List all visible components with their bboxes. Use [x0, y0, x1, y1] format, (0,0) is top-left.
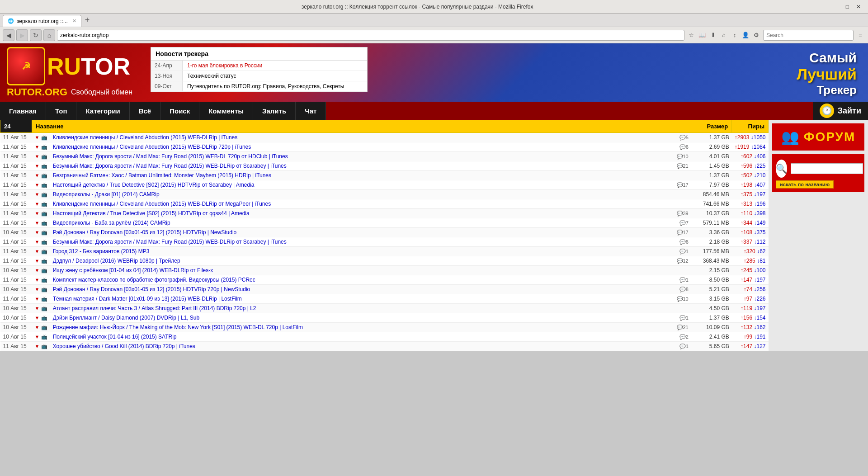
dl-icon: ▼ — [35, 306, 40, 311]
torrent-link[interactable]: Настоящий детектив / True Detective [S02… — [53, 182, 255, 188]
tab-close-btn[interactable]: ✕ — [72, 18, 76, 24]
torrent-link[interactable]: Безумный Макс: Дорога ярости / Mad Max: … — [53, 163, 287, 169]
sidebar-search-box: 🔍 искать по названию — [772, 154, 864, 192]
dl-icon: ▼ — [35, 277, 40, 283]
site-header: ☭ RU TOR RUTOR.ORG Свободный обмен С — [0, 43, 868, 102]
dl-icon: ▼ — [35, 258, 40, 264]
row-date: 11 Авг 15 — [0, 152, 32, 161]
address-input[interactable] — [57, 30, 684, 41]
row-seeds: ↑245 ↓100 — [732, 266, 769, 275]
torrent-link[interactable]: Рэй Донован / Ray Donovan [03x01-05 из 1… — [53, 229, 237, 236]
back-btn[interactable]: ◀ — [3, 29, 14, 41]
torrent-link[interactable]: Хорошее убийство / Good Kill (2014) BDRi… — [53, 343, 195, 349]
tab-bar: 🌐 зеркало rutor.org ::... ✕ + — [0, 14, 868, 27]
leeches-count: ↓62 — [757, 248, 765, 254]
torrent-link[interactable]: Тёмная материя / Dark Matter [01x01-09 и… — [53, 296, 242, 302]
tab-active[interactable]: 🌐 зеркало rutor.org ::... ✕ — [3, 15, 81, 27]
logo-ru: RU — [47, 55, 81, 78]
row-size: 1.45 GB — [691, 161, 732, 171]
table-row: 10 Авг 15 ▼ 📺 Дэйзи Бриллиант / Daisy Di… — [0, 313, 769, 323]
row-comments: 💬12 — [673, 256, 691, 266]
download-btn[interactable]: ⬇ — [708, 30, 718, 40]
news-date-2: 13-Ноя — [151, 71, 183, 81]
torrent-link[interactable]: Кливлендские пленницы / Cleveland Abduct… — [53, 201, 271, 207]
login-btn[interactable]: Зайти — [838, 106, 861, 116]
row-icons: ▼ 📺 — [32, 152, 50, 161]
row-size: 4.50 GB — [691, 304, 732, 313]
nav-categories[interactable]: Категории — [76, 102, 129, 120]
close-btn[interactable]: ✕ — [853, 4, 864, 10]
nav-chat[interactable]: Чат — [296, 102, 326, 120]
news-link-1[interactable]: 1-го мая блокировка в России — [183, 61, 267, 71]
torrent-link[interactable]: Кливлендские пленницы / Cleveland Abduct… — [53, 144, 251, 150]
bookmark-star-btn[interactable]: ☆ — [686, 30, 696, 40]
tv-icon: 📺 — [41, 135, 47, 140]
table-row: 11 Авг 15 ▼ 📺 Видеоприколы - Драки [01] … — [0, 190, 769, 199]
nav-comments[interactable]: Комменты — [199, 102, 253, 120]
row-title: Город 312 - Без вариантов (2015) MP3 — [50, 247, 673, 256]
news-text-3: Путеводитель по RUTOR.org: Правила, Руко… — [183, 81, 349, 91]
logo-org-label: RUTOR.ORG — [7, 86, 67, 98]
minimize-btn[interactable]: ─ — [831, 4, 842, 10]
nav-search[interactable]: Поиск — [160, 102, 199, 120]
options-btn[interactable]: ⚙ — [751, 30, 761, 40]
profile-btn[interactable]: 👤 — [741, 30, 750, 40]
torrent-link[interactable]: Безграничный Бэтмен: Хаос / Batman Unlim… — [53, 172, 271, 179]
torrent-link[interactable]: Рэй Донован / Ray Donovan [03x01-05 из 1… — [53, 286, 250, 292]
nav-top[interactable]: Топ — [46, 102, 76, 120]
reload-btn[interactable]: ↻ — [30, 29, 42, 41]
table-row: 11 Авг 15 ▼ 📺 Комплект мастер-классов по… — [0, 275, 769, 285]
table-row: 11 Авг 15 ▼ 📺 Безумный Макс: Дорога ярос… — [0, 237, 769, 247]
banner-samiy: Самый — [797, 50, 857, 66]
nav-home[interactable]: Главная — [0, 102, 46, 120]
home-toolbar-btn[interactable]: ⌂ — [719, 30, 729, 40]
torrent-link[interactable]: Настоящий Детектив / True Detective [S02… — [53, 210, 250, 217]
row-icons: ▼ 📺 — [32, 285, 50, 294]
sidebar-search-input[interactable] — [791, 163, 863, 174]
seeds-count: ↑198 — [741, 182, 752, 188]
maximize-btn[interactable]: □ — [842, 4, 853, 10]
sync-btn[interactable]: ↕ — [730, 30, 740, 40]
row-seeds: ↑375 ↓197 — [732, 190, 769, 199]
nav-upload[interactable]: Залить — [253, 102, 296, 120]
torrent-link[interactable]: Полицейский участок [01-04 из 16] (2015)… — [53, 334, 177, 340]
tab-favicon: 🌐 — [8, 18, 14, 24]
seeds-count: ↑337 — [741, 239, 752, 245]
torrent-link[interactable]: Ищу жену с ребёнком [01-04 из 04] (2014)… — [53, 267, 213, 273]
logo-tor: TOR — [81, 55, 130, 78]
search-input[interactable] — [763, 30, 854, 41]
logo-bottom-row: RUTOR.ORG Свободный обмен — [7, 86, 132, 98]
tv-icon: 📺 — [41, 192, 47, 197]
row-date: 11 Авг 15 — [0, 342, 32, 351]
row-title: Кливлендские пленницы / Cleveland Abduct… — [50, 133, 673, 142]
torrent-link[interactable]: Дэйзи Бриллиант / Daisy Diamond (2007) D… — [53, 315, 199, 321]
torrent-link[interactable]: Безумный Макс: Дорога ярости / Mad Max: … — [53, 239, 287, 245]
news-header: Новости трекера — [151, 47, 367, 61]
logo-emblem-text: ☭ — [22, 61, 31, 72]
torrent-link[interactable]: Дэдпул / Deadpool (2016) WEBRip 1080p | … — [53, 258, 180, 264]
torrent-link[interactable]: Рождение мафии: Нью-Йорк / The Making of… — [53, 324, 303, 330]
leeches-count: ↓398 — [754, 210, 765, 217]
table-row: 11 Авг 15 ▼ 📺 Безумный Макс: Дорога ярос… — [0, 161, 769, 171]
torrent-link[interactable]: Видеоприколы - Баба за рулём (2014) CAMR… — [53, 220, 170, 226]
forward-btn[interactable]: ▶ — [16, 29, 28, 41]
row-icons: ▼ 📺 — [32, 190, 50, 199]
leeches-count: ↓196 — [754, 201, 765, 207]
new-tab-btn[interactable]: + — [81, 15, 94, 25]
sidebar-search-btn[interactable]: искать по названию — [776, 180, 834, 189]
home-btn[interactable]: ⌂ — [43, 29, 55, 41]
row-seeds: ↑110 ↓398 — [732, 209, 769, 218]
torrent-link[interactable]: Безумный Макс: Дорога ярости / Mad Max: … — [53, 153, 288, 160]
menu-btn[interactable]: ≡ — [855, 30, 865, 40]
nav-all[interactable]: Всё — [130, 102, 161, 120]
leeches-count: ↓226 — [754, 296, 765, 302]
forum-banner[interactable]: 👥 ФОРУМ — [772, 123, 864, 151]
torrent-link[interactable]: Город 312 - Без вариантов (2015) MP3 — [53, 248, 150, 254]
torrent-link[interactable]: Комплект мастер-классов по обработке фот… — [53, 277, 255, 283]
bookmark-menu-btn[interactable]: 📖 — [697, 30, 707, 40]
row-title: Видеоприколы - Баба за рулём (2014) CAMR… — [50, 218, 673, 228]
torrent-link[interactable]: Кливлендские пленницы / Cleveland Abduct… — [53, 134, 238, 141]
torrent-link[interactable]: Атлант расправил плечи: Часть 3 / Atlas … — [53, 305, 256, 311]
table-row: 11 Авг 15 ▼ 📺 Кливлендские пленницы / Cl… — [0, 199, 769, 209]
torrent-link[interactable]: Видеоприколы - Драки [01] (2014) CAMRip — [53, 191, 160, 198]
